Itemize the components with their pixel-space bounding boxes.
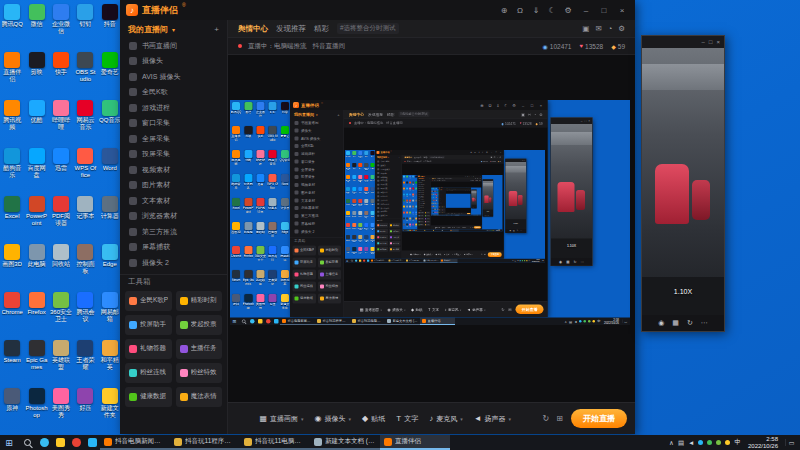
pinned-folder-button[interactable] — [52, 435, 68, 450]
desktop-icon[interactable]: 新建文件夹 — [98, 386, 121, 434]
desktop-icon[interactable]: 微信 — [25, 2, 48, 50]
desktop-icon[interactable]: 企业微信 — [49, 2, 72, 50]
tab-highlights[interactable]: 精彩 — [314, 24, 329, 34]
shop-icon[interactable]: ▣ — [582, 24, 589, 33]
bell-icon[interactable]: ◔ — [608, 24, 613, 33]
room-selector[interactable]: 我的直播间 ▾ + — [120, 20, 227, 38]
desktop-icon[interactable]: Chrome — [1, 290, 24, 338]
desktop-icon[interactable]: 快手 — [49, 50, 72, 98]
sidebar-item[interactable]: 游戏进程 — [120, 100, 227, 116]
desktop-icon[interactable]: 原神 — [1, 386, 24, 434]
tray-chevron-icon[interactable]: ∧ — [669, 439, 674, 447]
desktop-icon[interactable]: Excel — [1, 194, 24, 242]
settings-icon[interactable]: ⚙ — [561, 6, 575, 15]
sidebar-item[interactable]: 图片素材 — [120, 178, 227, 194]
action-center-icon[interactable]: ▭ — [785, 439, 797, 446]
desktop-icon[interactable]: 腾讯视频 — [1, 98, 24, 146]
phone-maximize-button[interactable]: □ — [709, 39, 713, 45]
desktop-icon[interactable]: 回收站 — [49, 242, 72, 290]
camera-control[interactable]: ◉摄像头▾ — [315, 414, 352, 424]
desktop-icon[interactable]: QQ音乐 — [98, 98, 121, 146]
sidebar-item[interactable]: 浏览器素材 — [120, 209, 227, 225]
sidebar-item[interactable]: 文本素材 — [120, 193, 227, 209]
language-indicator[interactable]: 中 — [734, 438, 741, 447]
toolbox-item[interactable]: 礼物答题 — [125, 339, 172, 359]
maximize-button[interactable]: □ — [597, 6, 611, 15]
scene-control[interactable]: ▦直播画面▾ — [260, 414, 304, 424]
desktop-icon[interactable]: Photoshop — [25, 386, 48, 434]
taskbar-window-button[interactable]: 抖音电脑新闻馆直播... — [100, 435, 170, 450]
desktop-icon[interactable]: 美图秀秀 — [49, 386, 72, 434]
desktop-icon[interactable]: 好压 — [74, 386, 97, 434]
pinned-qq-button[interactable] — [84, 435, 100, 450]
toolbox-item[interactable]: 投屏助手 — [125, 315, 172, 335]
desktop-icon[interactable]: 英雄联盟 — [49, 338, 72, 386]
sidebar-item[interactable]: 视频素材 — [120, 162, 227, 178]
desktop-icon[interactable]: 抖音 — [98, 2, 121, 50]
volume-icon[interactable]: ◄ — [688, 439, 694, 446]
sticker-control[interactable]: ◆贴纸 — [362, 414, 385, 424]
add-user-icon[interactable]: ⊕ — [497, 6, 511, 15]
layout-icon[interactable]: ⊞ — [556, 414, 563, 423]
sidebar-item[interactable]: 投屏采集 — [120, 147, 227, 163]
sidebar-item[interactable]: 摄像头 — [120, 54, 227, 70]
grid-icon[interactable]: ▦ — [672, 319, 679, 327]
toolbox-item[interactable]: 精彩时刻 — [176, 291, 223, 311]
search-button[interactable] — [18, 435, 36, 450]
rotate-icon[interactable]: ↻ — [687, 319, 693, 327]
pinned-edge-button[interactable] — [36, 435, 52, 450]
sidebar-item[interactable]: 窗口采集 — [120, 116, 227, 132]
more-icon[interactable]: ⋯ — [701, 319, 708, 327]
desktop-icon[interactable]: 腾讯QQ — [1, 2, 24, 50]
desktop-icon[interactable]: 360安全卫士 — [49, 290, 72, 338]
desktop-icon[interactable]: Steam — [1, 338, 24, 386]
desktop-icon[interactable]: 网易邮箱 — [98, 290, 121, 338]
sidebar-item[interactable]: AVIS 摄像头 — [120, 69, 227, 85]
toolbox-item[interactable]: 全民K歌PK — [125, 291, 172, 311]
taskbar-window-button[interactable]: 直播伴侣 — [380, 435, 450, 450]
refresh-icon[interactable]: ↻ — [543, 414, 550, 423]
sidebar-item[interactable]: 第三方推流 — [120, 224, 227, 240]
taskbar-window-button[interactable]: 抖音玩11程序按动... — [170, 435, 240, 450]
desktop-icon[interactable]: 记事本 — [74, 194, 97, 242]
desktop-icon[interactable]: 此电脑 — [25, 242, 48, 290]
pinned-chrome-button[interactable] — [68, 435, 84, 450]
start-live-button[interactable]: 开始直播 — [571, 409, 627, 428]
sidebar-item[interactable]: 书画直播间 — [120, 38, 227, 54]
desktop-icon[interactable]: Firefox — [25, 290, 48, 338]
sidebar-item[interactable]: 屏幕捕获 — [120, 240, 227, 256]
desktop-icon[interactable]: 计算器 — [98, 194, 121, 242]
app-titlebar[interactable]: ♪ 直播伴侣 ® ⊕Ω⇓☾⚙ – □ × — [120, 0, 635, 20]
toolbox-item[interactable]: 粉丝特效 — [176, 363, 223, 383]
theme-icon[interactable]: ☾ — [545, 6, 559, 15]
desktop-icon[interactable]: 哔哩哔哩 — [49, 98, 72, 146]
taskbar-window-button[interactable]: 新建文本文档 (2).txt — [310, 435, 380, 450]
desktop-icon[interactable]: 腾讯会议 — [74, 290, 97, 338]
update-tray-icon[interactable] — [725, 440, 730, 445]
phone-titlebar[interactable]: – □ × — [642, 36, 724, 48]
desktop-icon[interactable]: Edge — [98, 242, 121, 290]
desktop-icon[interactable]: PDF阅读器 — [49, 194, 72, 242]
minimize-button[interactable]: – — [579, 6, 593, 15]
onedrive-icon[interactable]: ▤ — [678, 439, 684, 447]
toolbox-item[interactable]: 发起投票 — [176, 315, 223, 335]
taskbar-window-button[interactable]: 抖音玩11电脑活动... — [240, 435, 310, 450]
add-source-button[interactable]: + — [214, 25, 219, 34]
desktop-icon[interactable]: 直播伴侣 — [1, 50, 24, 98]
toolbox-item[interactable]: 主播任务 — [176, 339, 223, 359]
desktop-icon[interactable]: 网易云音乐 — [74, 98, 97, 146]
desktop-icon[interactable]: 钉钉 — [74, 2, 97, 50]
desktop-icon[interactable]: 爱奇艺 — [98, 50, 121, 98]
text-control[interactable]: T文字 — [396, 414, 418, 424]
qq-tray-icon[interactable] — [698, 440, 703, 445]
desktop-icon[interactable]: PowerPoint — [25, 194, 48, 242]
mic-control[interactable]: ♪麦克风▾ — [429, 414, 463, 424]
desktop-icon[interactable]: 控制面板 — [74, 242, 97, 290]
desktop-icon[interactable]: 百度网盘 — [25, 146, 48, 194]
toolbox-item[interactable]: 粉丝连线 — [125, 363, 172, 383]
desktop-icon[interactable]: OBS Studio — [74, 50, 97, 98]
desktop-icon[interactable]: 优酷 — [25, 98, 48, 146]
toolbox-item[interactable]: 魔法表情 — [176, 387, 223, 407]
sidebar-item[interactable]: 全民K歌 — [120, 85, 227, 101]
camera-icon[interactable]: ◉ — [658, 319, 664, 327]
